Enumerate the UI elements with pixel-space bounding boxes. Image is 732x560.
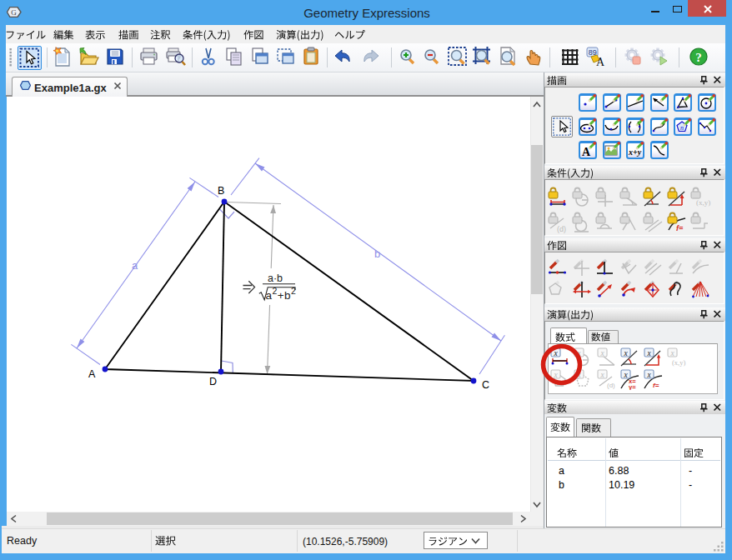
svg-text:A: A	[596, 56, 605, 68]
svg-text:x: x	[599, 371, 604, 379]
svg-text:f=: f=	[653, 382, 659, 389]
svg-text:B: B	[218, 185, 224, 197]
svg-text:n: n	[680, 124, 684, 132]
svg-text:(d): (d)	[607, 382, 615, 389]
svg-text:(x,y): (x,y)	[672, 358, 685, 367]
svg-text:x: x	[599, 349, 604, 358]
svg-text:?: ?	[695, 51, 702, 64]
svg-text:f=: f=	[676, 224, 684, 232]
svg-text:D: D	[209, 376, 217, 388]
svg-text:b: b	[374, 248, 380, 260]
svg-text:x: x	[646, 349, 651, 358]
svg-text:C: C	[482, 379, 489, 391]
svg-text:a: a	[132, 259, 138, 272]
svg-text:(x,y): (x,y)	[696, 198, 710, 207]
svg-text:x: x	[623, 371, 628, 379]
svg-text:x: x	[646, 371, 651, 379]
svg-text:x+y: x+y	[628, 148, 642, 157]
svg-text:G: G	[11, 8, 17, 17]
svg-text:x: x	[669, 349, 674, 358]
svg-text:a·b: a·b	[268, 272, 283, 284]
svg-text:A: A	[88, 368, 96, 380]
svg-text:y=: y=	[629, 383, 636, 390]
svg-text:x: x	[623, 349, 628, 358]
svg-text:(d): (d)	[557, 225, 566, 233]
